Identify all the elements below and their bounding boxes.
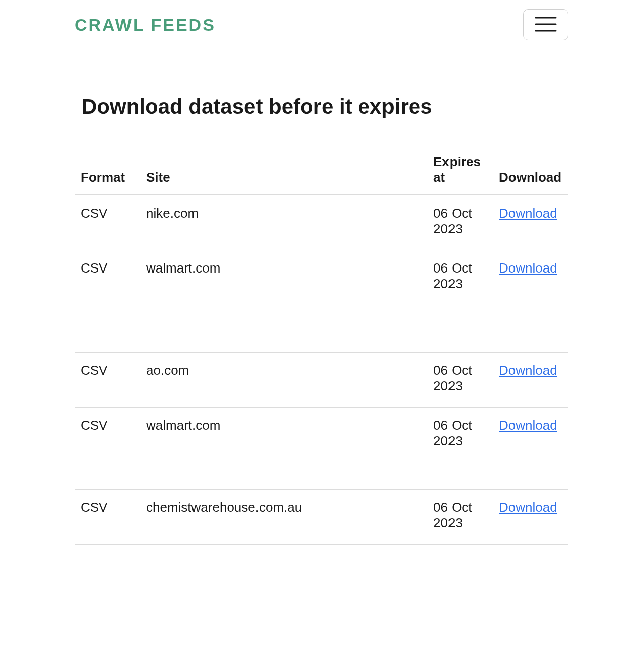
main-content: Download dataset before it expires Forma… <box>54 95 589 545</box>
download-link[interactable]: Download <box>499 363 557 378</box>
col-header-download: Download <box>493 149 568 195</box>
cell-expires: 06 Oct 2023 <box>427 490 493 545</box>
table-header-row: Format Site Expires at Download <box>75 149 568 195</box>
page-title: Download dataset before it expires <box>75 95 568 119</box>
cell-site: walmart.com <box>140 250 427 353</box>
cell-expires: 06 Oct 2023 <box>427 195 493 250</box>
col-header-format: Format <box>75 149 140 195</box>
menu-toggle-button[interactable] <box>523 9 568 40</box>
cell-format: CSV <box>75 408 140 490</box>
cell-expires: 06 Oct 2023 <box>427 408 493 490</box>
table-row: CSV chemistwarehouse.com.au 06 Oct 2023 … <box>75 490 568 545</box>
cell-format: CSV <box>75 353 140 408</box>
brand-link[interactable]: CRAWL FEEDS <box>75 15 216 35</box>
col-header-expires: Expires at <box>427 149 493 195</box>
cell-format: CSV <box>75 490 140 545</box>
hamburger-icon <box>535 16 557 34</box>
download-link[interactable]: Download <box>499 418 557 433</box>
cell-expires: 06 Oct 2023 <box>427 250 493 353</box>
download-link[interactable]: Download <box>499 500 557 515</box>
table-row: CSV nike.com 06 Oct 2023 Download <box>75 195 568 250</box>
cell-site: walmart.com <box>140 408 427 490</box>
table-row: CSV ao.com 06 Oct 2023 Download <box>75 353 568 408</box>
cell-site: chemistwarehouse.com.au <box>140 490 427 545</box>
table-row: CSV walmart.com 06 Oct 2023 Download <box>75 408 568 490</box>
cell-format: CSV <box>75 250 140 353</box>
navbar: CRAWL FEEDS <box>54 0 589 49</box>
table-row: CSV walmart.com 06 Oct 2023 Download <box>75 250 568 353</box>
cell-site: ao.com <box>140 353 427 408</box>
cell-expires: 06 Oct 2023 <box>427 353 493 408</box>
download-link[interactable]: Download <box>499 206 557 221</box>
datasets-table: Format Site Expires at Download CSV nike… <box>75 149 568 545</box>
download-link[interactable]: Download <box>499 260 557 276</box>
col-header-site: Site <box>140 149 427 195</box>
cell-format: CSV <box>75 195 140 250</box>
cell-site: nike.com <box>140 195 427 250</box>
